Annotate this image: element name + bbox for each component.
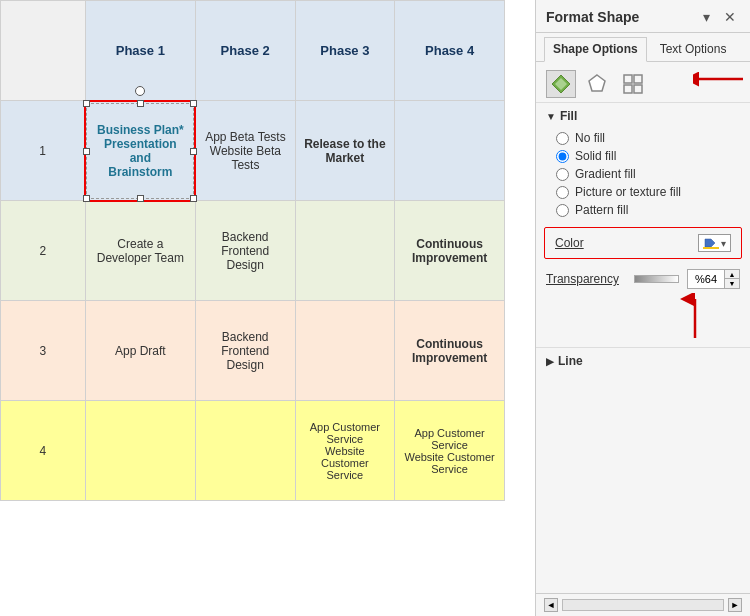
header-phase2: Phase 2 — [195, 1, 295, 101]
solid-fill-label[interactable]: Solid fill — [575, 149, 616, 163]
svg-rect-6 — [634, 85, 642, 93]
color-swatch-button[interactable]: ▾ — [698, 234, 731, 252]
spinner-down[interactable]: ▼ — [725, 279, 739, 288]
fill-section-label[interactable]: ▼ Fill — [536, 103, 750, 127]
color-label: Color — [555, 236, 690, 250]
shadow-icon[interactable] — [582, 70, 612, 98]
cell-r2-c3[interactable] — [295, 201, 395, 301]
corner-cell — [1, 1, 86, 101]
cell-r3-c3[interactable] — [295, 301, 395, 401]
table-row: 3 App Draft BackendFrontendDesign Contin… — [1, 301, 505, 401]
svg-rect-9 — [703, 247, 719, 249]
svg-rect-5 — [624, 85, 632, 93]
picture-fill-radio[interactable] — [556, 186, 569, 199]
red-arrow-up-container — [536, 293, 750, 343]
panel-options-icons — [536, 62, 750, 103]
fill-label: Fill — [560, 109, 577, 123]
line-label: Line — [558, 354, 583, 368]
cell-r3-c1[interactable]: App Draft — [85, 301, 195, 401]
spinner-arrows: ▲ ▼ — [724, 270, 739, 288]
format-shape-panel: Format Shape ▾ ✕ Shape Options Text Opti… — [535, 0, 750, 616]
cell-text: Business Plan*Presentation andBrainstorm — [93, 123, 187, 179]
panel-header: Format Shape ▾ ✕ — [536, 0, 750, 33]
size-properties-icon[interactable] — [618, 70, 648, 98]
cell-r1-c1[interactable]: Business Plan*Presentation andBrainstorm — [85, 101, 195, 201]
cell-r1-c2[interactable]: App Beta TestsWebsite BetaTests — [195, 101, 295, 201]
transparency-spinner[interactable]: %64 ▲ ▼ — [687, 269, 740, 289]
transparency-bar[interactable] — [634, 275, 679, 283]
paint-bucket-icon — [703, 237, 719, 249]
panel-footer: ◄ ► — [536, 593, 750, 616]
handle-mr[interactable] — [190, 148, 197, 155]
picture-fill-row: Picture or texture fill — [556, 185, 730, 199]
transparency-label: Transparency — [546, 272, 626, 286]
handle-tl[interactable] — [83, 100, 90, 107]
svg-rect-4 — [634, 75, 642, 83]
scrollbar-track[interactable] — [562, 599, 724, 611]
table-row: 1 Business Plan*Presentation andBrainsto… — [1, 101, 505, 201]
svg-marker-2 — [589, 75, 605, 91]
handle-ml[interactable] — [83, 148, 90, 155]
tab-shape-options[interactable]: Shape Options — [544, 37, 647, 62]
row-num: 3 — [1, 301, 86, 401]
no-fill-row: No fill — [556, 131, 730, 145]
cell-r1-c3[interactable]: Release to theMarket — [295, 101, 395, 201]
color-row: Color ▾ — [544, 227, 742, 259]
no-fill-label[interactable]: No fill — [575, 131, 605, 145]
handle-tm[interactable] — [137, 100, 144, 107]
scroll-left-btn[interactable]: ◄ — [544, 598, 558, 612]
panel-header-icons: ▾ ✕ — [699, 8, 740, 26]
color-dropdown-arrow[interactable]: ▾ — [721, 238, 726, 249]
svg-rect-3 — [624, 75, 632, 83]
fill-effects-icon[interactable] — [546, 70, 576, 98]
table-row: 4 App CustomerServiceWebsite CustomerSer… — [1, 401, 505, 501]
panel-close-icon[interactable]: ✕ — [720, 8, 740, 26]
spreadsheet-area: Phase 1 Phase 2 Phase 3 Phase 4 1 — [0, 0, 535, 616]
cell-r4-c3[interactable]: App CustomerServiceWebsite CustomerServi… — [295, 401, 395, 501]
spinner-up[interactable]: ▲ — [725, 270, 739, 279]
header-phase3: Phase 3 — [295, 1, 395, 101]
cell-r4-c2[interactable] — [195, 401, 295, 501]
table-row: 2 Create aDeveloper Team BackendFrontend… — [1, 201, 505, 301]
transparency-row: Transparency %64 ▲ ▼ — [536, 265, 750, 293]
cell-r3-c2[interactable]: BackendFrontendDesign — [195, 301, 295, 401]
line-arrow-icon: ▶ — [546, 356, 554, 367]
rotate-handle[interactable] — [135, 86, 145, 96]
cell-r2-c4[interactable]: ContinuousImprovement — [395, 201, 505, 301]
pattern-fill-radio[interactable] — [556, 204, 569, 217]
panel-tabs: Shape Options Text Options — [536, 33, 750, 62]
tab-text-options[interactable]: Text Options — [651, 37, 736, 61]
red-arrow-up — [680, 293, 710, 343]
gradient-fill-row: Gradient fill — [556, 167, 730, 181]
cell-r4-c1[interactable] — [85, 401, 195, 501]
pattern-fill-label[interactable]: Pattern fill — [575, 203, 628, 217]
handle-bl[interactable] — [83, 195, 90, 202]
gradient-fill-label[interactable]: Gradient fill — [575, 167, 636, 181]
cell-r3-c4[interactable]: ContinuousImprovement — [395, 301, 505, 401]
panel-title: Format Shape — [546, 9, 639, 25]
fill-arrow-icon: ▼ — [546, 111, 556, 122]
solid-fill-row: Solid fill — [556, 149, 730, 163]
picture-fill-label[interactable]: Picture or texture fill — [575, 185, 681, 199]
transparency-value: %64 — [688, 272, 724, 286]
line-section[interactable]: ▶ Line — [536, 347, 750, 374]
panel-pin-icon[interactable]: ▾ — [699, 8, 714, 26]
handle-bm[interactable] — [137, 195, 144, 202]
row-num: 1 — [1, 101, 86, 201]
row-num: 2 — [1, 201, 86, 301]
gradient-fill-radio[interactable] — [556, 168, 569, 181]
no-fill-radio[interactable] — [556, 132, 569, 145]
handle-tr[interactable] — [190, 100, 197, 107]
scroll-right-btn[interactable]: ► — [728, 598, 742, 612]
solid-fill-radio[interactable] — [556, 150, 569, 163]
fill-options: No fill Solid fill Gradient fill Picture… — [536, 127, 750, 221]
cell-r4-c4[interactable]: App CustomerServiceWebsite CustomerServi… — [395, 401, 505, 501]
cell-r2-c2[interactable]: BackendFrontendDesign — [195, 201, 295, 301]
header-phase4: Phase 4 — [395, 1, 505, 101]
grid-table: Phase 1 Phase 2 Phase 3 Phase 4 1 — [0, 0, 505, 501]
handle-br[interactable] — [190, 195, 197, 202]
cell-r2-c1[interactable]: Create aDeveloper Team — [85, 201, 195, 301]
pattern-fill-row: Pattern fill — [556, 203, 730, 217]
red-arrow-right — [693, 64, 748, 97]
cell-r1-c4[interactable] — [395, 101, 505, 201]
